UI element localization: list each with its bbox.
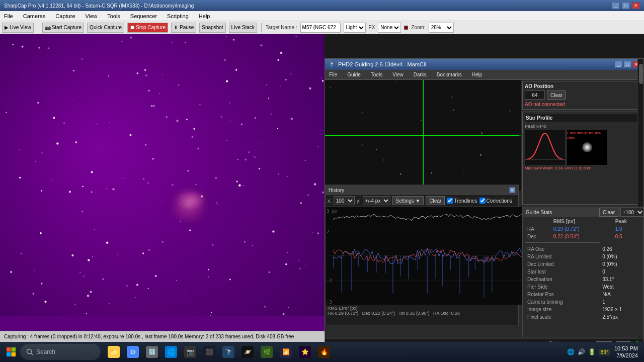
guide-stats-title: Guide Stats (526, 210, 552, 215)
settings-icon: ⚙ (127, 346, 139, 358)
menu-sequencer[interactable]: Sequencer (128, 13, 159, 19)
taskbar-app-calculator[interactable]: 🔢 (143, 343, 161, 361)
system-tray-icons: 🌐 🔊 🔋 83° (567, 348, 610, 355)
live-view-button[interactable]: ▶ Live View (2, 23, 34, 33)
pier-side-label: Pier Side (526, 284, 600, 290)
misc-app-icon: 🔥 (318, 346, 330, 358)
taskbar-app-settings[interactable]: ⚙ (124, 343, 142, 361)
taskbar-app-misc[interactable]: 🔥 (315, 343, 333, 361)
ra-osc-val: 0.26 (601, 246, 643, 252)
ao-position-input[interactable] (525, 90, 545, 100)
guide-stats-clear-button[interactable]: Clear (599, 208, 618, 217)
history-graph-canvas (326, 207, 522, 305)
history-settings-button[interactable]: Settings ▼ (392, 196, 424, 205)
svg-rect-1 (12, 347, 16, 352)
phd2-menu-darks[interactable]: Darks (412, 72, 429, 77)
pause-button[interactable]: ⏸ Pause (171, 23, 196, 33)
phd2-menu-bookmarks[interactable]: Bookmarks (435, 72, 464, 77)
taskbar-app-extra[interactable]: 🌿 (258, 343, 276, 361)
stop-capture-button[interactable]: ⏹ Stop Capture (127, 23, 168, 33)
light-mode-select[interactable]: Light (344, 23, 366, 33)
guide-stats-panel: Guide Stats Clear ±100 RMS [px] Peak (522, 207, 643, 337)
history-x-range-select[interactable]: 100 (334, 196, 355, 205)
system-clock[interactable]: 10:53 PM 7/9/2024 (614, 345, 638, 359)
main-area: 🔭 PHD2 Guiding 2.6.13dev4 - MarsClI _ □ … (0, 34, 644, 341)
history-y-range-select[interactable]: +/-4 px (363, 196, 390, 205)
guide-camera-view (325, 80, 519, 198)
menu-view[interactable]: View (84, 13, 100, 19)
close-button[interactable]: ✕ (632, 2, 640, 9)
star-profile-content: Click image for raw view (525, 130, 640, 165)
menu-file[interactable]: File (2, 13, 15, 19)
declination-val: 33.1° (601, 276, 643, 283)
taskbar-app-browser[interactable]: 🌐 (162, 343, 180, 361)
menu-cameras[interactable]: Cameras (21, 13, 48, 19)
phd2-menu-guide[interactable]: Guide (345, 72, 363, 77)
camera-binning-label: Camera binning (526, 299, 600, 305)
target-name-input[interactable] (300, 23, 341, 33)
battery-tray-icon[interactable]: 🔋 (588, 348, 596, 355)
x-label: x: (328, 198, 332, 204)
terminal-icon: ⬛ (203, 346, 215, 358)
toolbar-separator-2 (261, 23, 262, 32)
start-button[interactable] (2, 343, 20, 361)
phd2-menu-bar: File Guide Tools View Darks Bookmarks He… (325, 70, 643, 80)
zoom-select[interactable]: 28% (429, 23, 454, 33)
guide-stats-titlebar: Guide Stats Clear ±100 (523, 207, 643, 217)
fwhm-info: Mid row FWHM: 3.24, HFD (1.0):0.60 (525, 166, 640, 170)
taskbar-app-telescope[interactable]: 🔭 (219, 343, 237, 361)
history-clear-button[interactable]: Clear (426, 196, 445, 205)
phd2-menu-view[interactable]: View (390, 72, 406, 77)
trendlines-checkbox-label[interactable]: Trendlines (447, 198, 477, 204)
astro-icon: ⭐ (299, 346, 311, 358)
planetarium-icon: 🪐 (242, 346, 254, 358)
menu-capture[interactable]: Capture (53, 13, 77, 19)
taskbar-app-file-explorer[interactable]: 📁 (105, 343, 123, 361)
taskbar-app-wifi[interactable]: 📶 (277, 343, 295, 361)
history-close-button[interactable]: ✕ (509, 187, 515, 193)
rotator-pos-val: N/A (601, 291, 643, 298)
phd2-menu-help[interactable]: Help (470, 72, 485, 77)
live-stack-button[interactable]: Live Stack (229, 23, 257, 33)
quick-capture-button[interactable]: Quick Capture (87, 23, 124, 33)
ra-limited-val: 0 (0%) (601, 253, 643, 260)
phd2-menu-tools[interactable]: Tools (369, 72, 384, 77)
star-profile-image[interactable]: Click image for raw view (567, 130, 607, 165)
guide-stats-range-select[interactable]: ±100 (620, 208, 643, 217)
corrections-checkbox[interactable] (479, 198, 486, 204)
maximize-button[interactable]: □ (622, 2, 630, 9)
file-explorer-icon: 📁 (108, 346, 120, 358)
volume-tray-icon[interactable]: 🔊 (578, 348, 585, 355)
taskbar-app-astro[interactable]: ⭐ (296, 343, 314, 361)
star-profile-panel: Star Profile Peak 6448 Click image for r… (522, 112, 642, 205)
corrections-checkbox-label[interactable]: Corrections (479, 198, 512, 204)
taskbar-app-terminal[interactable]: ⬛ (200, 343, 218, 361)
start-capture-button[interactable]: 📷 Start Capture (42, 23, 84, 33)
phd2-minimize-button[interactable]: _ (614, 61, 622, 68)
ao-clear-button[interactable]: Clear (547, 90, 566, 100)
phd2-maximize-button[interactable]: □ (623, 61, 631, 68)
taskbar-apps: 📁 ⚙ 🔢 🌐 📷 ⬛ 🔭 🪐 🌿 📶 ⭐ (105, 343, 333, 361)
taskbar: Search 📁 ⚙ 🔢 🌐 📷 ⬛ 🔭 🪐 🌿 📶 (0, 342, 644, 362)
clock-date: 7/9/2024 (614, 352, 638, 359)
snapshot-button[interactable]: Snapshot (199, 23, 225, 33)
pixel-scale-val: 2.5"/px (601, 314, 643, 320)
trendlines-checkbox[interactable] (447, 198, 453, 204)
scroll-thumb[interactable] (639, 80, 643, 84)
starfield-canvas (0, 34, 325, 316)
sharpcap-icon: 📷 (184, 346, 196, 358)
menu-help[interactable]: Help (197, 13, 212, 19)
star-profile-chart[interactable] (525, 130, 565, 165)
target-name-label: Target Name : (266, 25, 297, 30)
phd2-menu-file[interactable]: File (327, 72, 339, 77)
menu-tools[interactable]: Tools (105, 13, 122, 19)
taskbar-app-camera[interactable]: 📷 (181, 343, 199, 361)
fx-select[interactable]: None (378, 23, 401, 33)
taskbar-search-bar[interactable]: Search (20, 344, 101, 360)
minimize-button[interactable]: _ (612, 2, 620, 9)
menu-scripting[interactable]: Scripting (165, 13, 191, 19)
y-label: y: (357, 198, 361, 204)
network-tray-icon[interactable]: 🌐 (567, 348, 575, 355)
pixel-scale-label: Pixel scale (526, 314, 600, 320)
taskbar-app-planetarium[interactable]: 🪐 (238, 343, 257, 361)
